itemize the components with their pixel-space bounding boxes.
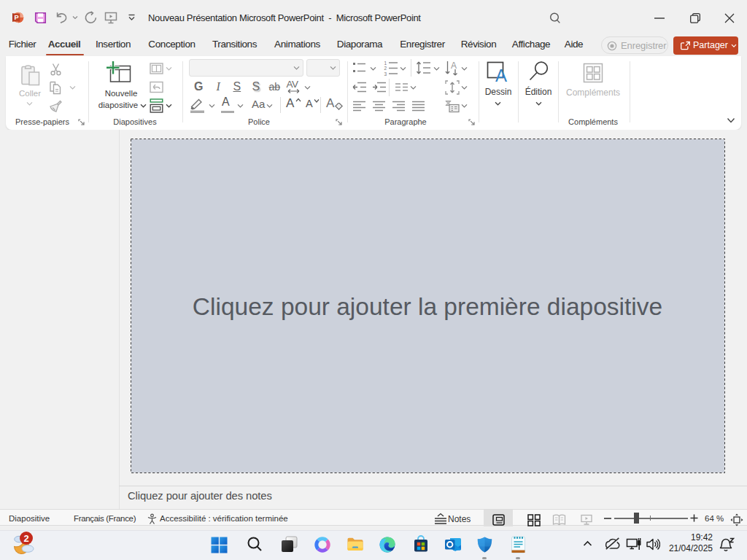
svg-text:A: A xyxy=(495,66,507,84)
svg-text:2: 2 xyxy=(23,533,28,544)
svg-text:1: 1 xyxy=(384,61,387,66)
svg-text:2: 2 xyxy=(384,66,387,71)
svg-text:A: A xyxy=(451,61,457,71)
svg-text:3: 3 xyxy=(384,71,387,77)
svg-text:P: P xyxy=(15,13,19,21)
